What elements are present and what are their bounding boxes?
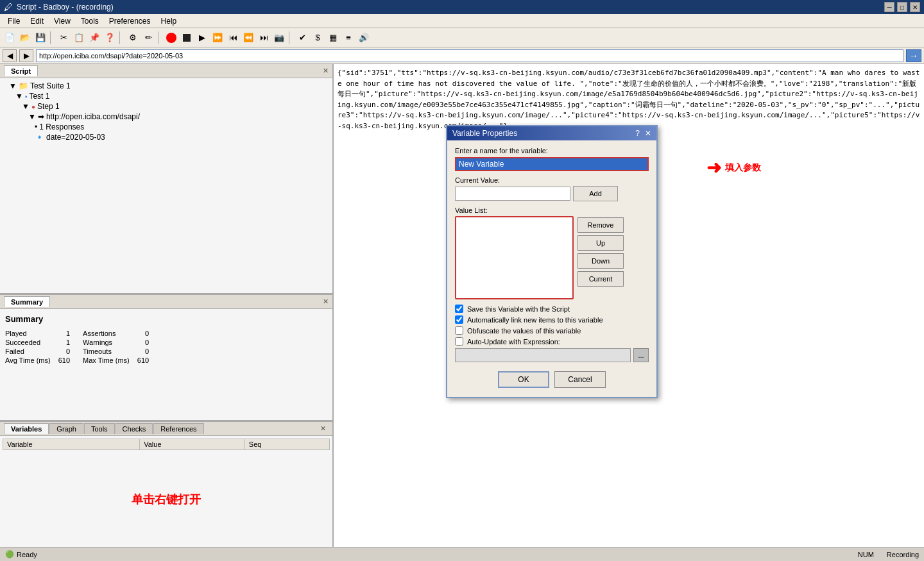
value-list-row: Remove Up Down Current xyxy=(455,216,649,299)
tab-references[interactable]: References xyxy=(153,423,203,434)
list-buttons: Remove Up Down Current xyxy=(578,216,624,299)
toolbar-back[interactable]: ⏪ xyxy=(241,31,255,45)
tab-variables[interactable]: Variables xyxy=(4,423,49,434)
toolbar-fast-fwd[interactable]: ⏩ xyxy=(210,31,225,45)
toolbar-record[interactable] xyxy=(164,31,178,45)
toolbar-prev[interactable]: ⏮ xyxy=(226,31,240,45)
script-panel-close[interactable]: ✕ xyxy=(323,67,329,75)
forward-button[interactable]: ▶ xyxy=(19,49,33,62)
var-col-value: Value xyxy=(140,439,245,450)
variables-panel-close[interactable]: ✕ xyxy=(318,423,329,434)
arrow-right-icon: ➜ xyxy=(706,157,721,178)
tab-graph[interactable]: Graph xyxy=(49,423,83,434)
summary-table: Played 1 Assertions 0 Succeeded 1 Warnin… xyxy=(5,329,327,365)
minimize-button[interactable]: ─ xyxy=(884,2,894,12)
menu-bar: File Edit View Tools Preferences Help xyxy=(0,14,924,28)
menu-view[interactable]: View xyxy=(49,15,76,27)
toolbar-settings[interactable]: ⚙ xyxy=(126,31,140,45)
toolbar-paste[interactable]: 📌 xyxy=(87,31,101,45)
close-button[interactable]: ✕ xyxy=(910,2,920,12)
expand-arrow-3-icon[interactable]: ▼ xyxy=(22,102,30,111)
toolbar-table[interactable]: ▦ xyxy=(326,31,340,45)
script-tab[interactable]: Script xyxy=(4,65,38,76)
toolbar-stop[interactable] xyxy=(180,31,194,45)
checkbox-autoupdate[interactable] xyxy=(455,337,463,346)
toolbar-play[interactable]: ▶ xyxy=(195,31,209,45)
menu-help[interactable]: Help xyxy=(156,15,182,27)
checkbox-save[interactable] xyxy=(455,305,463,313)
url-input[interactable] xyxy=(36,49,903,62)
expand-arrow-4-icon[interactable]: ▼ xyxy=(28,112,36,121)
tree-test[interactable]: ▼ ▪ Test 1 xyxy=(3,91,330,101)
avgtime-value: 610 xyxy=(58,356,83,365)
remove-button[interactable]: Remove xyxy=(578,217,624,233)
toolbar-cut[interactable]: ✂ xyxy=(56,31,71,45)
summary-tab[interactable]: Summary xyxy=(4,296,50,307)
tab-checks[interactable]: Checks xyxy=(116,423,153,434)
tab-tools[interactable]: Tools xyxy=(84,423,115,434)
status-text: Ready xyxy=(17,551,37,558)
left-panel: Script ✕ ▼ 📁 Test Suite 1 ▼ ▪ Test 1 ▼ ●… xyxy=(0,64,334,547)
dialog-help-button[interactable]: ? xyxy=(635,129,640,138)
tree-responses[interactable]: • 1 Responses xyxy=(3,122,330,132)
responses-label: 1 Responses xyxy=(39,122,84,131)
expression-input[interactable] xyxy=(455,348,631,362)
toolbar-list[interactable]: ≡ xyxy=(341,31,355,45)
menu-tools[interactable]: Tools xyxy=(76,15,104,27)
toolbar-save[interactable]: 💾 xyxy=(33,31,47,45)
variable-name-input[interactable] xyxy=(455,157,649,171)
assertions-value: 0 xyxy=(137,329,162,338)
checkbox-save-label: Save this Variable with the Script xyxy=(467,305,570,313)
step-icon: ● xyxy=(31,103,35,110)
menu-edit[interactable]: Edit xyxy=(25,15,49,27)
response-dot-icon: • xyxy=(35,122,37,131)
value-list[interactable] xyxy=(455,216,574,299)
toolbar-help[interactable]: ❓ xyxy=(103,31,117,45)
add-button[interactable]: Add xyxy=(573,186,618,201)
back-button[interactable]: ◀ xyxy=(3,49,17,62)
current-value-input[interactable] xyxy=(455,187,570,201)
checkbox-save-row: Save this Variable with the Script xyxy=(455,305,649,313)
current-button[interactable]: Current xyxy=(578,271,624,287)
timeouts-value: 0 xyxy=(137,347,162,356)
toolbar-new[interactable]: 📄 xyxy=(3,31,17,45)
toolbar-copy[interactable]: 📋 xyxy=(72,31,86,45)
toolbar-next[interactable]: ⏭ xyxy=(257,31,271,45)
toolbar-sound[interactable]: 🔊 xyxy=(357,31,371,45)
toolbar-dollar[interactable]: $ xyxy=(311,31,325,45)
window-title: Script - Badboy - (recording) xyxy=(17,3,114,12)
timeouts-label: Timeouts xyxy=(83,347,137,356)
checkbox-obfuscate[interactable] xyxy=(455,326,463,335)
var-col-seq: Seq xyxy=(244,439,329,450)
window-controls[interactable]: ─ □ ✕ xyxy=(884,2,920,12)
tree-step[interactable]: ▼ ● Step 1 xyxy=(3,101,330,112)
ok-button[interactable]: OK xyxy=(498,371,549,388)
address-bar: ◀ ▶ → xyxy=(0,47,924,64)
value-list-label: Value List: xyxy=(455,206,649,214)
up-button[interactable]: Up xyxy=(578,235,624,251)
summary-panel-close[interactable]: ✕ xyxy=(323,297,329,306)
script-tree[interactable]: ▼ 📁 Test Suite 1 ▼ ▪ Test 1 ▼ ● Step 1 ▼… xyxy=(0,78,332,293)
checkbox-link[interactable] xyxy=(455,315,463,324)
checkbox-autoupdate-row: Auto-Update with Expression: xyxy=(455,337,649,346)
toolbar-edit2[interactable]: ✏ xyxy=(141,31,155,45)
cancel-button[interactable]: Cancel xyxy=(554,371,606,388)
expand-arrow-2-icon[interactable]: ▼ xyxy=(15,92,23,101)
go-button[interactable]: → xyxy=(906,49,921,62)
toolbar-open[interactable]: 📂 xyxy=(18,31,32,45)
param-icon: 🔹 xyxy=(35,133,44,142)
tree-url[interactable]: ▼ ➡ http://open.iciba.com/dsapi/ xyxy=(3,112,330,122)
menu-file[interactable]: File xyxy=(3,15,25,27)
down-button[interactable]: Down xyxy=(578,253,624,269)
dialog-close-button[interactable]: ✕ xyxy=(645,129,651,138)
maximize-button[interactable]: □ xyxy=(897,2,907,12)
expression-browse-button[interactable]: ... xyxy=(633,348,649,362)
param-label: date=2020-05-03 xyxy=(46,133,105,142)
tree-param[interactable]: 🔹 date=2020-05-03 xyxy=(3,132,330,142)
expand-arrow-icon[interactable]: ▼ xyxy=(9,81,17,90)
tree-suite[interactable]: ▼ 📁 Test Suite 1 xyxy=(3,81,330,91)
toolbar-camera[interactable]: 📷 xyxy=(272,31,286,45)
toolbar-check[interactable]: ✔ xyxy=(295,31,309,45)
menu-preferences[interactable]: Preferences xyxy=(104,15,156,27)
variables-table-area[interactable]: Variable Value Seq 单击右键打开 xyxy=(0,436,332,533)
